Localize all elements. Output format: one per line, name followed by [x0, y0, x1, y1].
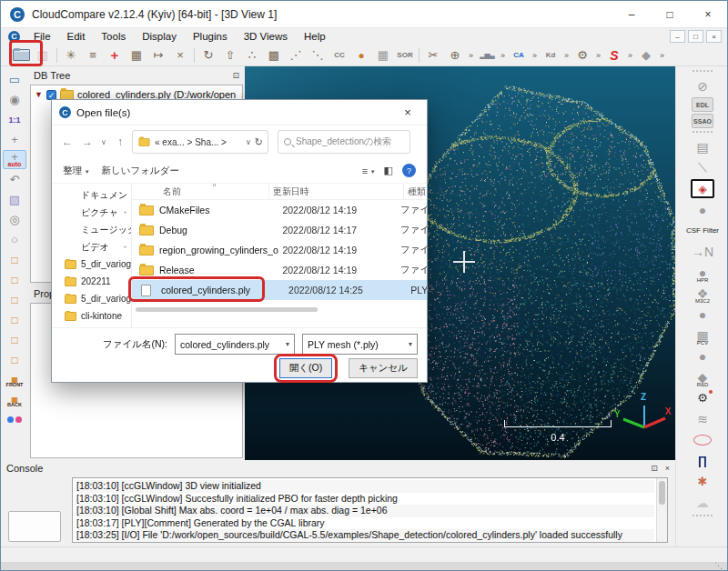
search-box[interactable]: Shape_detectionの検索	[278, 130, 410, 154]
new-folder-button[interactable]: 新しいフォルダー	[102, 165, 179, 177]
overflow-chevron[interactable]: »	[625, 45, 635, 65]
clipping-box-button[interactable]: ▦	[126, 45, 147, 65]
canupo-button[interactable]: CA	[508, 45, 530, 65]
organize-button[interactable]: 整理	[63, 165, 82, 177]
translate-button[interactable]: ⊕	[444, 45, 466, 65]
console-float-icon[interactable]: ⊡	[651, 464, 658, 473]
resize-grip[interactable]: ⋱	[714, 561, 723, 570]
compass-plugin-button[interactable]: ◈	[691, 179, 714, 198]
csf-filter-label[interactable]: CSF Filter	[679, 221, 726, 240]
shield-plugin-button[interactable]: ●	[691, 200, 714, 219]
overflow-chevron[interactable]: »	[466, 45, 476, 65]
overflow-chevron[interactable]: »	[530, 45, 540, 65]
sidebar-place[interactable]: 202211	[52, 273, 131, 290]
right-view-button[interactable]: □	[3, 330, 26, 349]
clean-plugin-button[interactable]: ⟍	[691, 158, 714, 177]
combo-caret-icon[interactable]: ▾	[403, 340, 412, 348]
view-mode-icon[interactable]: ≡	[362, 165, 368, 176]
orbit-mode-button[interactable]: ◎	[3, 210, 26, 229]
column-name[interactable]: 名前	[132, 185, 268, 198]
breadcrumb[interactable]: « exa... > Sha... >	[155, 137, 227, 147]
ccviewer-button[interactable]: ✳	[60, 45, 82, 65]
shield2-plugin-button[interactable]: ●	[691, 305, 714, 324]
drag-handle[interactable]	[691, 130, 714, 135]
menu-item[interactable]: Tools	[93, 31, 134, 42]
m3c2-plugin-button[interactable]: ❖M3C2	[691, 284, 714, 303]
overflow-chevron[interactable]: »	[498, 45, 508, 65]
forward-button[interactable]: →	[79, 135, 96, 148]
filetype-combobox[interactable]: PLY mesh (*.ply) ▾	[302, 334, 418, 355]
overflow-chevron[interactable]: »	[561, 45, 571, 65]
hpr-plugin-button[interactable]: ●HPR	[691, 263, 714, 282]
left-view-button[interactable]: □	[3, 290, 26, 309]
mdi-restore-button[interactable]: □	[688, 30, 703, 43]
sidebar-place[interactable]: 5_dir_variogram	[52, 255, 131, 273]
save-button[interactable]: ▥	[32, 45, 54, 65]
menu-item[interactable]: File	[25, 31, 59, 42]
address-bar[interactable]: « exa... > Sha... > ∨ ↻	[132, 130, 268, 154]
rotate-button[interactable]: ↻	[197, 45, 219, 65]
separator[interactable]	[54, 45, 60, 65]
front-view-button[interactable]: □	[3, 270, 26, 289]
polyline-plugin-button[interactable]: S	[603, 45, 625, 65]
cloud-plugin-button[interactable]: ☁	[691, 493, 714, 512]
point-list-button[interactable]: ∴	[241, 45, 263, 65]
sidebar-place[interactable]: ミュージック⋆	[52, 221, 131, 238]
gears-plugin-button[interactable]: ⚙	[571, 45, 593, 65]
export-coords-button[interactable]: ↦	[147, 45, 169, 65]
menu-item[interactable]: 3D Views	[236, 31, 296, 42]
separator[interactable]	[191, 45, 197, 65]
back-view-button[interactable]: □	[3, 310, 26, 329]
ransac-plugin-button[interactable]: ◆	[635, 45, 657, 65]
drag-handle[interactable]	[691, 69, 714, 75]
menu-item[interactable]: Help	[296, 31, 334, 42]
level-button[interactable]: ⋰	[285, 45, 307, 65]
overflow-chevron[interactable]: »	[657, 45, 667, 65]
bbox-button[interactable]: ▧	[3, 190, 26, 209]
sidebar-place[interactable]: cli-kintone	[52, 307, 131, 325]
colored_cylinders.ply[interactable]: colored_cylinders.ply2022/08/12 14:25PLY	[132, 280, 427, 300]
bench-plugin-button[interactable]: ∏	[691, 451, 714, 470]
help-icon[interactable]: ?	[402, 164, 416, 177]
screenshot-button[interactable]: ◉	[3, 90, 26, 109]
edl-filter-button[interactable]: EDL	[692, 97, 713, 112]
histogram-button[interactable]: ▂▅▃	[476, 45, 498, 65]
drag-handle[interactable]	[691, 514, 714, 519]
facets-plugin-button[interactable]: ●	[691, 346, 714, 366]
Debug[interactable]: Debug2022/08/12 14:17ファイ	[132, 220, 427, 240]
tree-item[interactable]: ▼ ✓ colored_cylinders.ply (D:/work/open_…	[31, 85, 242, 100]
pcv-plugin-button[interactable]: ▦PCV	[691, 326, 714, 345]
checker-button[interactable]: ▦	[372, 45, 394, 65]
undo-viewpoint-button[interactable]: ↶	[3, 170, 26, 189]
front-iso-view-button[interactable]: ■FRONT	[3, 370, 26, 389]
segment-button[interactable]: ✂	[422, 45, 444, 65]
delete-button[interactable]: ×	[169, 45, 191, 65]
Release[interactable]: Release2022/08/12 14:19ファイ	[132, 260, 427, 280]
combo-caret-icon[interactable]: ▾	[280, 340, 289, 348]
sor-filter-button[interactable]: SOR	[394, 45, 416, 65]
auto-pick-center-button[interactable]: +auto	[3, 150, 26, 169]
view-mode-caret-icon[interactable]: ▾	[371, 168, 375, 175]
back-button[interactable]: ←	[59, 135, 76, 148]
point-picking-button[interactable]: ⇧	[219, 45, 241, 65]
column-type[interactable]: 種類	[403, 184, 426, 199]
sample-bunny-button[interactable]: ●	[350, 45, 372, 65]
sidebar-place[interactable]: ピクチャ⋆	[52, 204, 131, 221]
separator[interactable]	[416, 45, 422, 65]
open-button[interactable]: 開く(O)	[279, 358, 332, 378]
console-log[interactable]: [18:03:10] [ccGLWindow] 3D view initiali…	[72, 477, 668, 543]
visibility-checkbox[interactable]: ✓	[46, 90, 56, 100]
region_growing_cylinders_on_point_set_...[interactable]: region_growing_cylinders_on_point_set_..…	[132, 240, 427, 260]
console-close-icon[interactable]: ×	[665, 464, 670, 473]
zoom-1-1-button[interactable]: 1:1	[3, 110, 26, 129]
align-button[interactable]: ⋱	[307, 45, 329, 65]
close-button[interactable]: ×	[689, 1, 727, 27]
menu-item[interactable]: Display	[134, 31, 185, 42]
layers-plugin-button[interactable]: ≋	[691, 409, 714, 428]
minimize-button[interactable]: –	[612, 1, 651, 27]
hand-plugin-button[interactable]: ✱	[691, 472, 714, 491]
console-scrollbar[interactable]	[656, 478, 667, 542]
top-view-button[interactable]: □	[3, 250, 26, 269]
mdi-minimize-button[interactable]: –	[670, 30, 685, 43]
normals-plugin-button[interactable]: →N	[691, 242, 714, 261]
